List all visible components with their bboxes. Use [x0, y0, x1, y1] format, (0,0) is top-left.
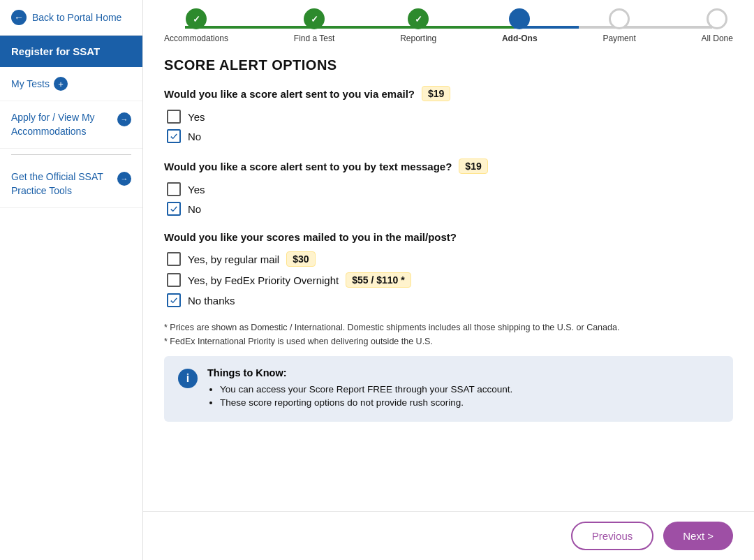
my-tests-label: My Tests [11, 78, 50, 89]
q2-option-yes[interactable]: Yes [167, 182, 733, 196]
q2-option-no[interactable]: No [167, 202, 733, 216]
step-circle-find-a-test: ✓ [304, 8, 325, 29]
q3-option-fedex[interactable]: Yes, by FedEx Priority Overnight $55 / $… [167, 272, 733, 288]
section-title: SCORE ALERT OPTIONS [164, 57, 733, 73]
main-content: ✓ Accommodations ✓ Find a Test ✓ Reporti… [143, 0, 754, 560]
step-label-reporting: Reporting [400, 34, 436, 43]
previous-button[interactable]: Previous [571, 522, 653, 550]
step-circle-reporting: ✓ [408, 8, 429, 29]
step-label-find-a-test: Find a Test [294, 34, 334, 43]
info-bullet-1: You can access your Score Report FREE th… [220, 384, 512, 395]
arrow-icon: → [117, 112, 131, 126]
back-to-portal-link[interactable]: ← Back to Portal Home [0, 0, 142, 36]
footnote-1: * Prices are shown as Domestic / Interna… [164, 323, 733, 332]
plus-icon: + [54, 77, 68, 91]
next-button[interactable]: Next > [663, 522, 733, 550]
progress-bar: ✓ Accommodations ✓ Find a Test ✓ Reporti… [143, 0, 754, 43]
question3-options: Yes, by regular mail $30 Yes, by FedEx P… [167, 251, 733, 307]
q3-checkbox-regular-mail[interactable] [167, 252, 181, 266]
back-label: Back to Portal Home [32, 12, 121, 23]
question3: Would you like your scores mailed to you… [164, 231, 733, 243]
step-payment: Payment [603, 8, 635, 43]
practice-arrow-icon: → [117, 172, 131, 186]
q1-checkbox-yes[interactable] [167, 110, 181, 124]
q1-label-no: No [188, 131, 201, 142]
info-icon: i [178, 369, 198, 388]
step-label-all-done: All Done [702, 34, 733, 43]
info-title: Things to Know: [207, 367, 512, 378]
question2-options: Yes No [167, 182, 733, 216]
q1-option-no[interactable]: No [167, 129, 733, 143]
q1-option-yes[interactable]: Yes [167, 110, 733, 124]
info-bullets: You can access your Score Report FREE th… [207, 384, 512, 408]
sidebar-item-my-tests[interactable]: My Tests + [0, 67, 142, 101]
q3-price-regular-mail: $30 [286, 251, 315, 267]
q2-checkbox-yes[interactable] [167, 182, 181, 196]
step-reporting: ✓ Reporting [400, 8, 436, 43]
practice-tools-label: Get the Official SSAT Practice Tools [11, 170, 114, 198]
step-add-ons: Add-Ons [502, 8, 538, 43]
question3-text: Would you like your scores mailed to you… [164, 231, 457, 243]
q2-checkbox-no[interactable] [167, 202, 181, 216]
info-box: i Things to Know: You can access your Sc… [164, 356, 733, 422]
page-content: SCORE ALERT OPTIONS Would you like a sco… [143, 43, 754, 511]
q2-label-yes: Yes [188, 184, 205, 196]
q3-checkbox-fedex[interactable] [167, 273, 181, 287]
step-circle-all-done [707, 8, 727, 29]
footnote-2: * FedEx International Priority is used w… [164, 337, 733, 346]
q3-label-fedex: Yes, by FedEx Priority Overnight [188, 274, 339, 286]
footer: Previous Next > [143, 511, 754, 560]
register-label: Register for SSAT [0, 36, 142, 67]
step-circle-add-ons [509, 8, 530, 29]
question1-text: Would you like a score alert sent to you… [164, 88, 415, 100]
question1-price: $19 [422, 86, 450, 101]
q3-option-regular-mail[interactable]: Yes, by regular mail $30 [167, 251, 733, 267]
q1-label-yes: Yes [188, 111, 205, 123]
step-accommodations: ✓ Accommodations [164, 8, 228, 43]
q2-label-no: No [188, 203, 201, 215]
sidebar: ← Back to Portal Home Register for SSAT … [0, 0, 143, 560]
q3-option-no-thanks[interactable]: No thanks [167, 293, 733, 307]
q3-label-regular-mail: Yes, by regular mail [188, 253, 279, 265]
sidebar-divider [11, 154, 131, 155]
question2-text: Would you like a score alert sent to you… [164, 161, 452, 172]
info-bullet-2: These score reporting options do not pro… [220, 397, 512, 408]
back-icon: ← [11, 10, 27, 25]
sidebar-item-practice-tools[interactable]: Get the Official SSAT Practice Tools → [0, 161, 142, 208]
step-label-accommodations: Accommodations [164, 34, 228, 43]
step-label-add-ons: Add-Ons [502, 34, 538, 43]
step-circle-accommodations: ✓ [186, 8, 207, 29]
q3-label-no-thanks: No thanks [188, 295, 235, 307]
accommodations-label: Apply for / View My Accommodations [11, 111, 114, 138]
q3-checkbox-no-thanks[interactable] [167, 293, 181, 307]
progress-steps: ✓ Accommodations ✓ Find a Test ✓ Reporti… [164, 8, 733, 43]
step-all-done: All Done [702, 8, 733, 43]
question1-options: Yes No [167, 110, 733, 143]
info-content: Things to Know: You can access your Scor… [207, 367, 512, 411]
q3-price-fedex: $55 / $110 * [346, 272, 411, 288]
question1: Would you like a score alert sent to you… [164, 86, 733, 101]
step-label-payment: Payment [603, 34, 635, 43]
question2: Would you like a score alert sent to you… [164, 159, 733, 174]
step-circle-payment [609, 8, 630, 29]
q1-checkbox-no[interactable] [167, 129, 181, 143]
step-find-a-test: ✓ Find a Test [294, 8, 334, 43]
sidebar-item-accommodations[interactable]: Apply for / View My Accommodations → [0, 101, 142, 149]
question2-price: $19 [459, 159, 487, 174]
